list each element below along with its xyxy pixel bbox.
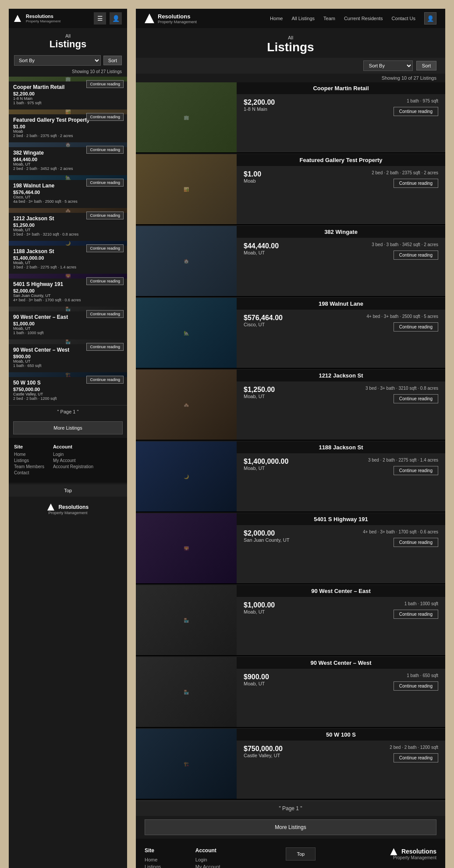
desktop-sort-button[interactable]: Sort <box>416 61 436 71</box>
desktop-list-item-9: 🏪 90 West Center – West $900.00 Moab, UT… <box>136 657 445 728</box>
desktop-user-button[interactable]: 👤 <box>424 12 436 25</box>
desktop-nav-home[interactable]: Home <box>270 16 283 21</box>
desktop-nav-listings[interactable]: All Listings <box>291 16 315 21</box>
mobile-continue-button-4[interactable]: Continue reading <box>86 179 124 187</box>
mobile-listing-address-4: Cisco, UT <box>13 195 123 199</box>
desktop-listing-content-10: 50 W 100 S $750,000.00 Castle Valley, UT… <box>237 729 445 799</box>
desktop-continue-button-1[interactable]: Continue reading <box>394 107 438 116</box>
mobile-listing-price-3: $44,440.00 <box>13 157 123 162</box>
desktop-listing-title-4: 198 Walnut Lane <box>244 300 438 307</box>
desktop-continue-button-4[interactable]: Continue reading <box>394 322 438 332</box>
desktop-continue-button-6[interactable]: Continue reading <box>394 466 438 475</box>
mobile-sort-button[interactable]: Sort <box>103 56 122 65</box>
mobile-footer-team-link[interactable]: Team Members <box>14 464 44 469</box>
mobile-list-item: 🌄 Continue reading 5401 S Highway 191 $2… <box>9 274 127 306</box>
mobile-listing-details-7: 4+ bed · 3+ bath · 1700 sqft · 0.6 acres <box>13 298 123 302</box>
mobile-continue-button-2[interactable]: Continue reading <box>86 113 124 121</box>
desktop-listing-image-3: 🏠 <box>136 226 237 296</box>
desktop-listing-image-10: 🏗️ <box>136 729 237 799</box>
desktop-listing-image-1: 🏢 <box>136 82 237 152</box>
desktop-listing-title-5: 1212 Jackson St <box>244 372 438 379</box>
desktop-listing-price-1: $2,200.00 <box>244 99 275 106</box>
desktop-view: Resolutions Property Management Home All… <box>136 9 445 868</box>
mobile-footer-register-link[interactable]: Account Registration <box>53 464 93 469</box>
desktop-listing-title-2: Featured Gallery Test Property <box>244 157 438 163</box>
mobile-listing-price-4: $576,464.00 <box>13 190 123 195</box>
desktop-listing-body-9: $900.00 Moab, UT 1 bath · 650 sqft Conti… <box>237 669 445 695</box>
desktop-continue-button-9[interactable]: Continue reading <box>394 681 438 691</box>
desktop-listings-heading: Listings <box>136 40 445 54</box>
mobile-footer-myaccount-link[interactable]: My Account <box>53 458 93 463</box>
desktop-listing-header-8: 90 West Center – East <box>237 585 445 597</box>
desktop-footer-home-link[interactable]: Home <box>145 857 178 862</box>
desktop-listing-details-6: 3 bed · 2 bath · 2275 sqft · 1.4 acres <box>368 458 438 462</box>
mobile-footer-contact-link[interactable]: Contact <box>14 470 44 475</box>
desktop-listing-header-10: 50 W 100 S <box>237 729 445 741</box>
desktop-continue-button-3[interactable]: Continue reading <box>394 251 438 260</box>
desktop-continue-button-5[interactable]: Continue reading <box>394 394 438 403</box>
mobile-continue-button-8[interactable]: Continue reading <box>86 310 124 318</box>
mobile-top-button[interactable]: Top <box>9 484 127 497</box>
desktop-continue-button-10[interactable]: Continue reading <box>394 753 438 762</box>
mobile-continue-button-7[interactable]: Continue reading <box>86 277 124 285</box>
mobile-menu-button[interactable]: ☰ <box>94 12 106 25</box>
desktop-nav-residents[interactable]: Current Residents <box>344 16 383 21</box>
desktop-listing-body-2: $1.00 Moab 2 bed · 2 bath · 2375 sqft · … <box>237 166 445 192</box>
mobile-continue-button-9[interactable]: Continue reading <box>86 343 124 351</box>
desktop-list-item-1: 🏢 Cooper Martin Retail $2,200.00 1-8 N M… <box>136 82 445 153</box>
mobile-continue-button-3[interactable]: Continue reading <box>86 146 124 154</box>
mobile-sort-bar: Sort By Price Low-High Price High-Low So… <box>9 53 127 68</box>
desktop-listing-body-10: $750,000.00 Castle Valley, UT 2 bed · 2 … <box>237 741 445 767</box>
mobile-logo-name: Resolutions <box>26 14 60 19</box>
desktop-logo-name: Resolutions <box>158 13 197 20</box>
mobile-continue-button-5[interactable]: Continue reading <box>86 212 124 219</box>
desktop-footer-login-link[interactable]: Login <box>195 857 240 862</box>
desktop-showing: Showing 10 of 27 Listings <box>136 74 445 82</box>
desktop-footer-myaccount-link[interactable]: My Account <box>195 864 240 868</box>
desktop-listing-details-8: 1 bath · 1000 sqft <box>394 601 438 606</box>
mobile-footer-home-link[interactable]: Home <box>14 452 44 457</box>
desktop-nav-team[interactable]: Team <box>323 16 335 21</box>
desktop-listing-right-7: 4+ bed · 3+ bath · 1700 sqft · 0.6 acres… <box>363 529 438 547</box>
desktop-continue-button-2[interactable]: Continue reading <box>394 179 438 188</box>
desktop-more-button[interactable]: More Listings <box>145 819 436 835</box>
mobile-continue-button-6[interactable]: Continue reading <box>86 244 124 252</box>
desktop-continue-button-7[interactable]: Continue reading <box>394 538 438 547</box>
desktop-listing-address-1: 1-8 N Main <box>244 106 275 112</box>
desktop-footer-logo-name: Resolutions <box>401 848 436 855</box>
mobile-sort-select[interactable]: Sort By Price Low-High Price High-Low <box>14 55 101 66</box>
mobile-listing-price-6: $1,400,000.00 <box>13 255 123 261</box>
desktop-listings-container: 🏢 Cooper Martin Retail $2,200.00 1-8 N M… <box>136 82 445 800</box>
desktop-sort-select[interactable]: Sort By Price Low-High Price High-Low Ne… <box>363 60 413 71</box>
desktop-footer-account-title: Account <box>195 847 240 854</box>
mobile-user-button[interactable]: 👤 <box>110 12 122 25</box>
mobile-footer-logo-sub: Property Management <box>15 511 121 515</box>
desktop-nav-contact[interactable]: Contact Us <box>392 16 415 21</box>
desktop-logo: Resolutions Property Management <box>145 13 197 24</box>
desktop-listing-header-5: 1212 Jackson St <box>237 370 445 381</box>
desktop-listing-image-9: 🏪 <box>136 657 237 727</box>
desktop-listing-header-9: 90 West Center – West <box>237 657 445 669</box>
mobile-continue-button-1[interactable]: Continue reading <box>86 80 124 88</box>
desktop-listing-price-5: $1,250.00 <box>244 386 275 394</box>
mobile-listing-address-1: 1-8 N Main <box>13 96 123 101</box>
desktop-listing-price-7: $2,000.00 <box>244 529 289 537</box>
desktop-footer-listings-link[interactable]: Listings <box>145 864 178 868</box>
mobile-footer-login-link[interactable]: Login <box>53 452 93 457</box>
desktop-listing-image-4: 🏡 <box>136 298 237 368</box>
desktop-listing-right-6: 3 bed · 2 bath · 2275 sqft · 1.4 acres C… <box>368 458 438 475</box>
desktop-continue-button-8[interactable]: Continue reading <box>394 610 438 619</box>
mobile-listing-details-3: 2 bed · 2 bath · 3452 sqft · 2 acres <box>13 166 123 171</box>
desktop-top-button[interactable]: Top <box>286 847 316 861</box>
desktop-listing-price-3: $44,440.00 <box>244 242 279 250</box>
mobile-footer-listings-link[interactable]: Listings <box>14 458 44 463</box>
mobile-showing: Showing 10 of 27 Listings <box>9 68 127 77</box>
desktop-listing-content-1: Cooper Martin Retail $2,200.00 1-8 N Mai… <box>237 82 445 152</box>
mobile-more-button[interactable]: More Listings <box>13 421 123 434</box>
mobile-listing-price-7: $2,000.00 <box>13 288 123 293</box>
mobile-list-item: 🏪 Continue reading 90 West Center – West… <box>9 339 127 371</box>
desktop-listing-address-8: Moab, UT <box>244 609 275 614</box>
desktop-footer-logo-sub: Property Management <box>390 855 436 860</box>
mobile-continue-button-10[interactable]: Continue reading <box>86 376 124 384</box>
desktop-listing-price-8: $1,000.00 <box>244 601 275 609</box>
